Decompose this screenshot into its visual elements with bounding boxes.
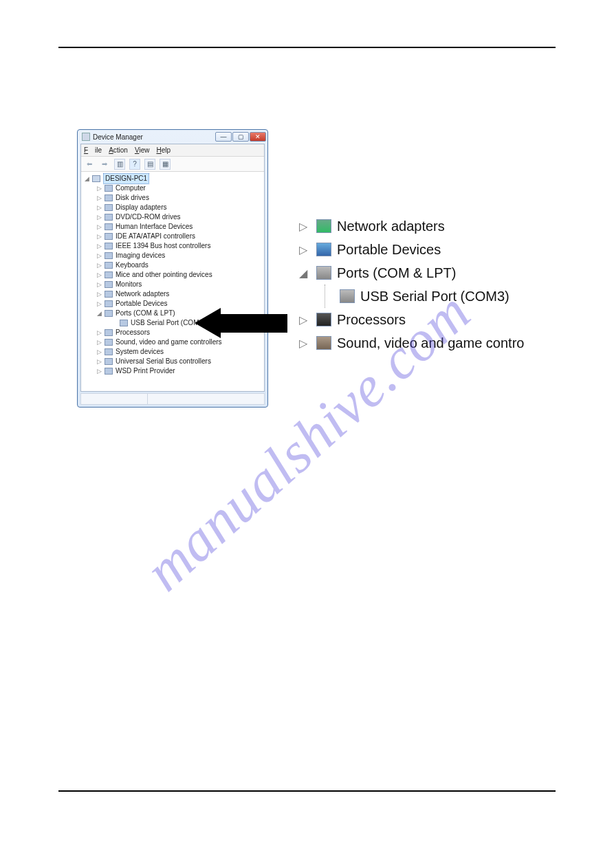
- zoom-item-portable-devices: ▷ Portable Devices: [297, 238, 558, 261]
- tree-item-keyboards[interactable]: ▷Keyboards: [81, 260, 264, 270]
- expand-icon[interactable]: ▷: [96, 214, 102, 221]
- tree-label: Portable Devices: [116, 299, 168, 309]
- device-icon: [105, 252, 113, 259]
- tree-label: IDE ATA/ATAPI controllers: [116, 232, 195, 241]
- expand-icon[interactable]: ▷: [96, 282, 102, 288]
- tree-item-disk-drives[interactable]: ▷Disk drives: [81, 193, 264, 203]
- expand-icon[interactable]: ▷: [96, 205, 102, 211]
- expand-icon[interactable]: ▷: [96, 340, 102, 346]
- nav-back-button[interactable]: ⬅: [84, 159, 95, 170]
- collapse-icon[interactable]: ◢: [84, 176, 90, 182]
- expand-icon[interactable]: ▷: [96, 186, 102, 192]
- maximize-button[interactable]: ▢: [232, 132, 249, 142]
- tree-item-ide[interactable]: ▷IDE ATA/ATAPI controllers: [81, 232, 264, 241]
- device-icon: [105, 243, 113, 249]
- toolbar-properties-button[interactable]: ▤: [144, 159, 155, 170]
- processor-icon: [316, 313, 331, 326]
- tree-label: Monitors: [116, 280, 142, 289]
- tree-item-ieee1394[interactable]: ▷IEEE 1394 Bus host controllers: [81, 241, 264, 251]
- expand-icon[interactable]: ▷: [96, 291, 102, 298]
- titlebar[interactable]: Device Manager — ▢ ✕: [78, 130, 267, 144]
- device-icon: [105, 271, 113, 278]
- window-title: Device Manager: [93, 133, 215, 141]
- port-icon: [340, 289, 355, 303]
- tree-item-usb-controllers[interactable]: ▷Universal Serial Bus controllers: [81, 357, 264, 366]
- tree-label: Computer: [116, 183, 146, 193]
- expand-icon[interactable]: ▷: [96, 243, 102, 249]
- collapse-icon[interactable]: ◢: [96, 311, 102, 317]
- device-icon: [105, 281, 113, 288]
- zoom-label: USB Serial Port (COM3): [360, 289, 509, 304]
- tree-item-system-devices[interactable]: ▷System devices: [81, 347, 264, 357]
- back-icon: ⬅: [87, 160, 92, 168]
- menu-file[interactable]: File: [84, 146, 102, 154]
- toolbar-list-button[interactable]: ▥: [114, 159, 125, 170]
- tree-label: Disk drives: [116, 193, 149, 203]
- expand-icon[interactable]: ▷: [96, 195, 102, 201]
- device-tree[interactable]: ◢ DESIGN-PC1 ▷Computer ▷Disk drives ▷Dis…: [81, 172, 264, 391]
- expand-icon[interactable]: ▷: [96, 234, 102, 240]
- statusbar: [80, 393, 265, 405]
- tree-item-computer[interactable]: ▷Computer: [81, 183, 264, 193]
- expand-icon[interactable]: ▷: [96, 224, 102, 230]
- menu-action[interactable]: Action: [109, 146, 128, 154]
- tree-item-portable-devices[interactable]: ▷Portable Devices: [81, 299, 264, 309]
- computer-icon: [92, 175, 100, 182]
- toolbar-help-button[interactable]: ?: [129, 159, 140, 170]
- tree-item-dvd-cd[interactable]: ▷DVD/CD-ROM drives: [81, 212, 264, 222]
- zoom-label: Sound, video and game contro: [337, 335, 524, 351]
- tree-item-mice[interactable]: ▷Mice and other pointing devices: [81, 270, 264, 280]
- tree-item-hid[interactable]: ▷Human Interface Devices: [81, 222, 264, 232]
- device-icon: [105, 358, 113, 365]
- device-icon: [105, 185, 113, 192]
- close-button[interactable]: ✕: [250, 132, 266, 142]
- tree-item-imaging[interactable]: ▷Imaging devices: [81, 251, 264, 260]
- zoom-label: Portable Devices: [337, 242, 441, 258]
- tree-root[interactable]: ◢ DESIGN-PC1: [81, 174, 264, 183]
- menubar[interactable]: File Action View Help: [81, 144, 264, 157]
- tree-label: IEEE 1394 Bus host controllers: [116, 241, 210, 251]
- collapse-icon: ◢: [297, 267, 309, 280]
- toolbar-scan-button[interactable]: ▦: [160, 159, 171, 170]
- zoom-item-usb-serial-port: USB Serial Port (COM3): [297, 285, 558, 308]
- expand-icon[interactable]: ▷: [96, 330, 102, 336]
- tree-label: Ports (COM & LPT): [116, 309, 175, 318]
- expand-icon[interactable]: ▷: [96, 368, 102, 375]
- device-icon: [105, 233, 113, 240]
- expand-icon[interactable]: ▷: [96, 349, 102, 355]
- zoom-item-ports: ◢ Ports (COM & LPT): [297, 261, 558, 285]
- device-icon: [105, 300, 113, 307]
- expand-icon: ▷: [297, 337, 309, 350]
- menu-view[interactable]: View: [135, 146, 150, 154]
- device-icon: [105, 204, 113, 211]
- tree-label: Universal Serial Bus controllers: [116, 357, 211, 366]
- menu-help[interactable]: Help: [156, 146, 171, 154]
- minimize-button[interactable]: —: [215, 132, 232, 142]
- tree-item-network-adapters[interactable]: ▷Network adapters: [81, 289, 264, 299]
- tree-item-sound[interactable]: ▷Sound, video and game controllers: [81, 337, 264, 347]
- tree-item-wsd[interactable]: ▷WSD Print Provider: [81, 366, 264, 376]
- network-adapter-icon: [316, 219, 331, 233]
- expand-icon[interactable]: ▷: [96, 253, 102, 259]
- callout-arrow: [195, 308, 287, 339]
- arrow-head-icon: [195, 308, 221, 338]
- zoom-item-processors: ▷ Processors: [297, 308, 558, 331]
- zoom-label: Ports (COM & LPT): [337, 265, 456, 281]
- tree-item-monitors[interactable]: ▷Monitors: [81, 280, 264, 289]
- tree-label: Imaging devices: [116, 251, 165, 260]
- nav-forward-button[interactable]: ➡: [99, 159, 110, 170]
- device-icon: [105, 291, 113, 298]
- sound-icon: [316, 336, 331, 350]
- device-icon: [105, 339, 113, 346]
- expand-icon[interactable]: ▷: [96, 301, 102, 307]
- expand-icon[interactable]: ▷: [96, 263, 102, 269]
- device-icon: [105, 214, 113, 221]
- expand-icon[interactable]: ▷: [96, 359, 102, 365]
- portable-device-icon: [316, 243, 331, 256]
- help-icon: ?: [133, 160, 137, 168]
- tree-label: WSD Print Provider: [116, 366, 175, 376]
- expand-icon: ▷: [297, 243, 309, 256]
- expand-icon: ▷: [297, 313, 309, 326]
- expand-icon[interactable]: ▷: [96, 272, 102, 278]
- tree-item-display-adapters[interactable]: ▷Display adapters: [81, 203, 264, 212]
